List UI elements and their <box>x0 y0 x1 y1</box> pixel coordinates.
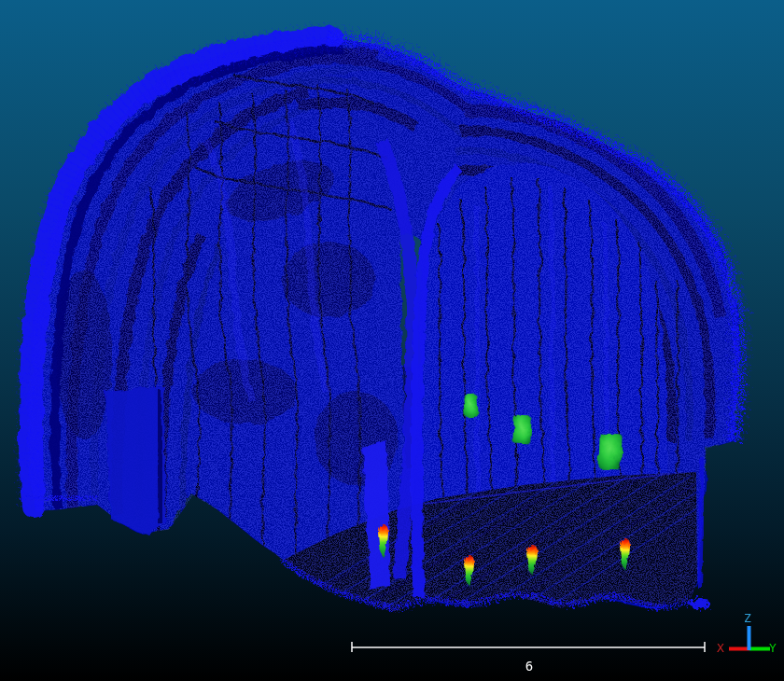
tunnel-point-cloud <box>22 37 740 644</box>
stray-point-cluster <box>690 598 710 609</box>
scale-bar: 6 <box>352 642 705 674</box>
wall-target-patch <box>598 434 622 470</box>
point-cloud-canvas: 6 X Y Z <box>0 0 784 681</box>
wall-target-patch <box>512 416 532 445</box>
axis-z-bar <box>748 626 751 650</box>
scale-bar-label: 6 <box>525 659 533 674</box>
axis-z-label: Z <box>744 611 751 625</box>
wall-target-patch <box>463 395 479 418</box>
3d-viewport[interactable]: 6 X Y Z <box>0 0 784 681</box>
axis-y-label: Y <box>769 641 777 655</box>
axis-gizmo: X Y Z <box>717 611 777 655</box>
axis-x-label: X <box>717 641 724 655</box>
axis-y-bar <box>749 647 770 651</box>
axis-x-bar <box>729 647 749 651</box>
